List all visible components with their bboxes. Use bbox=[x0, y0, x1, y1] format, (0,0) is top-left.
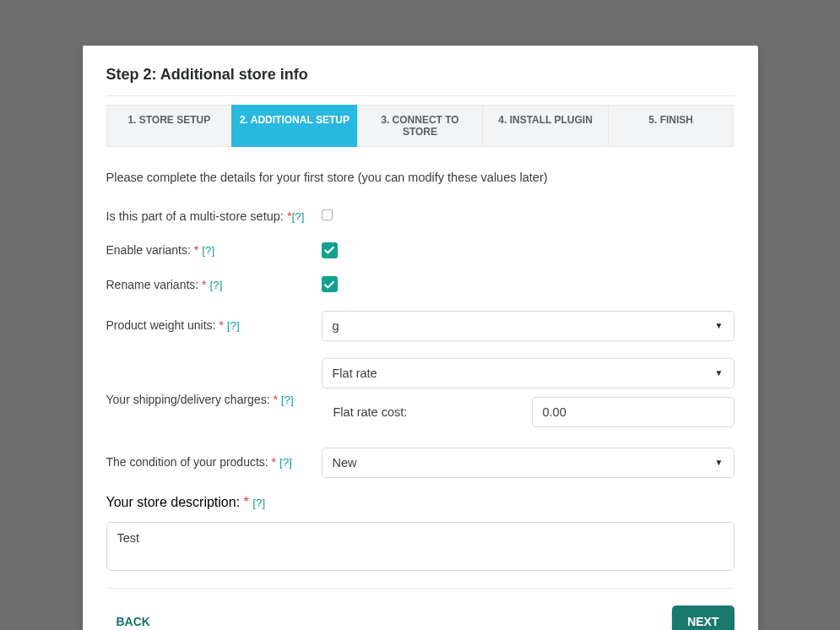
row-weight-units: Product weight units: * [?] g ▼ bbox=[106, 311, 734, 341]
tab-additional-setup[interactable]: 2. ADDITIONAL SETUP bbox=[231, 105, 357, 147]
label-condition: The condition of your products: * [?] bbox=[106, 454, 322, 471]
rename-variants-checkbox[interactable] bbox=[322, 276, 338, 292]
help-icon[interactable]: [?] bbox=[209, 279, 222, 291]
row-enable-variants: Enable variants: * [?] bbox=[106, 242, 734, 260]
weight-units-select[interactable]: g ▼ bbox=[322, 311, 734, 341]
label-enable-variants: Enable variants: * [?] bbox=[106, 242, 322, 259]
label-description: Your store description: * [?] bbox=[106, 495, 734, 510]
help-icon[interactable]: [?] bbox=[252, 497, 265, 509]
condition-select[interactable]: New ▼ bbox=[322, 448, 734, 478]
condition-value: New bbox=[333, 456, 357, 470]
enable-variants-checkbox[interactable] bbox=[322, 242, 338, 258]
flat-rate-cost-input[interactable] bbox=[532, 397, 734, 427]
intro-text: Please complete the details for your fir… bbox=[106, 171, 734, 184]
wizard-footer: BACK NEXT bbox=[106, 588, 734, 630]
check-icon bbox=[323, 244, 335, 256]
description-textarea[interactable] bbox=[106, 522, 734, 571]
page-title: Step 2: Additional store info bbox=[106, 66, 734, 96]
help-icon[interactable]: [?] bbox=[227, 319, 240, 332]
help-icon[interactable]: [?] bbox=[281, 394, 294, 406]
row-rename-variants: Rename variants: * [?] bbox=[106, 276, 734, 294]
label-multistore: Is this part of a multi-store setup: *[?… bbox=[106, 208, 322, 225]
label-flat-rate-cost: Flat rate cost: bbox=[322, 405, 522, 419]
row-shipping: Your shipping/delivery charges: * [?] Fl… bbox=[106, 358, 734, 427]
tab-finish[interactable]: 5. FINISH bbox=[608, 105, 734, 147]
help-icon[interactable]: [?] bbox=[202, 244, 214, 257]
chevron-down-icon: ▼ bbox=[715, 368, 723, 377]
label-shipping: Your shipping/delivery charges: * [?] bbox=[106, 358, 322, 409]
label-weight-units: Product weight units: * [?] bbox=[106, 318, 322, 334]
label-rename-variants: Rename variants: * [?] bbox=[106, 277, 322, 294]
shipping-type-select[interactable]: Flat rate ▼ bbox=[322, 358, 734, 388]
chevron-down-icon: ▼ bbox=[715, 458, 723, 467]
help-icon[interactable]: [?] bbox=[292, 210, 305, 223]
shipping-type-value: Flat rate bbox=[333, 367, 377, 380]
check-icon bbox=[323, 279, 335, 291]
weight-units-value: g bbox=[333, 319, 339, 333]
tab-connect-to-store[interactable]: 3. CONNECT TO STORE bbox=[357, 105, 483, 147]
row-condition: The condition of your products: * [?] Ne… bbox=[106, 448, 734, 478]
wizard-card: Step 2: Additional store info 1. STORE S… bbox=[83, 46, 758, 630]
tab-store-setup[interactable]: 1. STORE SETUP bbox=[106, 105, 232, 147]
row-description: Your store description: * [?] bbox=[106, 495, 734, 571]
wizard-tabs: 1. STORE SETUP 2. ADDITIONAL SETUP 3. CO… bbox=[106, 105, 734, 147]
tab-install-plugin[interactable]: 4. INSTALL PLUGIN bbox=[482, 105, 608, 147]
next-button[interactable]: NEXT bbox=[672, 606, 734, 630]
multistore-checkbox[interactable] bbox=[322, 209, 333, 220]
back-button[interactable]: BACK bbox=[106, 610, 160, 630]
help-icon[interactable]: [?] bbox=[279, 456, 292, 469]
chevron-down-icon: ▼ bbox=[715, 321, 723, 330]
row-multistore: Is this part of a multi-store setup: *[?… bbox=[106, 208, 734, 225]
